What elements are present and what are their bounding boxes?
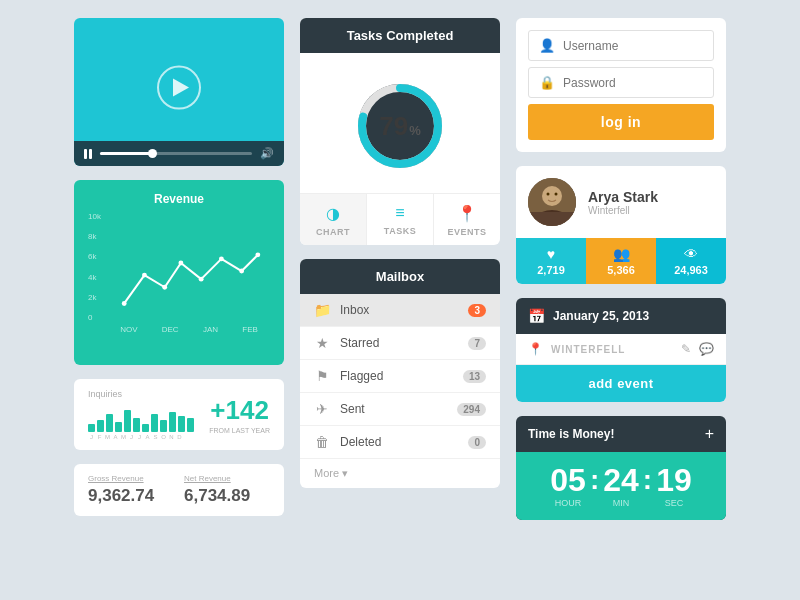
net-revenue-value: 6,734.89: [184, 486, 270, 506]
tab-chart[interactable]: ◑ CHART: [300, 194, 367, 245]
event-header: 📅 January 25, 2013: [516, 298, 726, 334]
inbox-label: Inbox: [340, 303, 458, 317]
stat-views[interactable]: 👁 24,963: [656, 238, 726, 284]
deleted-label: Deleted: [340, 435, 458, 449]
tab-events[interactable]: 📍 EVENTS: [434, 194, 500, 245]
edit-icon[interactable]: ✎: [681, 342, 691, 356]
x-axis-labels: NOV DEC JAN FEB: [88, 325, 270, 334]
donut-percentage: 79%: [379, 111, 420, 142]
heart-icon: ♥: [547, 246, 555, 262]
add-event-button[interactable]: add event: [516, 365, 726, 402]
tab-events-label: EVENTS: [447, 227, 486, 237]
mailbox-item-sent[interactable]: ✈ Sent 294: [300, 393, 500, 426]
revenue-line-chart: [88, 212, 270, 322]
login-button[interactable]: log in: [528, 104, 714, 140]
from-last-year: FROM LAST YEAR: [209, 427, 270, 434]
timer-plus-button[interactable]: +: [705, 426, 714, 442]
stat-likes[interactable]: ♥ 2,719: [516, 238, 586, 284]
timer-display: 05 hour : 24 min : 19 sec: [516, 452, 726, 520]
minutes-value: 24: [603, 464, 639, 496]
calendar-icon: 📅: [528, 308, 545, 324]
events-icon: 📍: [457, 204, 477, 223]
revenue-title: Revenue: [88, 192, 270, 206]
pause-icon[interactable]: [84, 149, 92, 159]
mailbox-item-flagged[interactable]: ⚑ Flagged 13: [300, 360, 500, 393]
bar: [187, 418, 194, 432]
profile-name: Arya Stark: [588, 189, 658, 205]
password-input[interactable]: [563, 76, 703, 90]
mailbox-header: Mailbox: [300, 259, 500, 294]
gross-revenue-label: Gross Revenue: [88, 474, 174, 483]
timer-hours: 05 hour: [550, 464, 586, 508]
tasks-icon: ≡: [395, 204, 404, 222]
chat-icon[interactable]: 💬: [699, 342, 714, 356]
timer-seconds: 19 sec: [656, 464, 692, 508]
timer-minutes: 24 min: [603, 464, 639, 508]
tab-tasks-label: TASKS: [384, 226, 416, 236]
chart-icon: ◑: [326, 204, 340, 223]
sent-label: Sent: [340, 402, 447, 416]
bar: [115, 422, 122, 432]
username-input[interactable]: [563, 39, 703, 53]
svg-point-7: [255, 252, 260, 257]
deleted-badge: 0: [468, 436, 486, 449]
timer-header: Time is Money! +: [516, 416, 726, 452]
video-controls: 🔊: [74, 141, 284, 166]
starred-badge: 7: [468, 337, 486, 350]
svg-point-1: [142, 273, 147, 278]
tasks-tabs: ◑ CHART ≡ TASKS 📍 EVENTS: [300, 193, 500, 245]
hours-value: 05: [550, 464, 586, 496]
flag-icon: ⚑: [314, 368, 330, 384]
bar: [178, 416, 185, 432]
inbox-icon: 📁: [314, 302, 330, 318]
views-count: 24,963: [674, 264, 708, 276]
starred-label: Starred: [340, 336, 458, 350]
inbox-badge: 3: [468, 304, 486, 317]
inquiries-label: Inquiries: [88, 389, 199, 399]
followers-count: 5,366: [607, 264, 635, 276]
stat-followers[interactable]: 👥 5,366: [586, 238, 656, 284]
svg-point-12: [542, 186, 562, 206]
event-date: January 25, 2013: [553, 309, 649, 323]
likes-count: 2,719: [537, 264, 565, 276]
profile-subtitle: Winterfell: [588, 205, 658, 216]
avatar: [528, 178, 576, 226]
play-icon: [173, 79, 189, 97]
timer-title: Time is Money!: [528, 427, 614, 441]
tab-tasks[interactable]: ≡ TASKS: [367, 194, 434, 245]
password-wrap: 🔒: [528, 67, 714, 98]
video-player: 🔊: [74, 18, 284, 166]
mini-bar-chart: [88, 404, 199, 432]
mailbox-item-starred[interactable]: ★ Starred 7: [300, 327, 500, 360]
tasks-card: Tasks Completed 79% ◑ CHART ≡ TASKS: [300, 18, 500, 245]
event-location-row: 📍 WINTERFELL ✎ 💬: [516, 334, 726, 365]
revenue-chart-area: 10k 8k 6k 4k 2k 0: [88, 212, 270, 322]
user-icon: 👤: [539, 38, 555, 53]
svg-point-6: [239, 269, 244, 274]
progress-bar[interactable]: [100, 152, 252, 155]
svg-point-4: [199, 277, 204, 282]
bar: [88, 424, 95, 432]
bar: [151, 414, 158, 432]
mailbox-item-deleted[interactable]: 🗑 Deleted 0: [300, 426, 500, 459]
svg-rect-15: [528, 212, 576, 226]
y-axis-labels: 10k 8k 6k 4k 2k 0: [88, 212, 101, 322]
mailbox-item-inbox[interactable]: 📁 Inbox 3: [300, 294, 500, 327]
timer-separator-2: :: [643, 466, 652, 494]
users-icon: 👥: [613, 246, 630, 262]
seconds-value: 19: [656, 464, 692, 496]
sent-badge: 294: [457, 403, 486, 416]
bar: [169, 412, 176, 432]
delete-icon: 🗑: [314, 434, 330, 450]
revenue-card: Revenue 10k 8k 6k 4k 2k 0: [74, 180, 284, 365]
star-icon: ★: [314, 335, 330, 351]
play-button[interactable]: [157, 66, 201, 110]
location-icon: 📍: [528, 342, 543, 356]
volume-icon[interactable]: 🔊: [260, 147, 274, 160]
net-revenue-label: Net Revenue: [184, 474, 270, 483]
svg-point-3: [178, 261, 183, 266]
lock-icon: 🔒: [539, 75, 555, 90]
gross-revenue-value: 9,362.74: [88, 486, 174, 506]
mailbox-more[interactable]: More ▾: [300, 459, 500, 488]
bar: [97, 420, 104, 432]
